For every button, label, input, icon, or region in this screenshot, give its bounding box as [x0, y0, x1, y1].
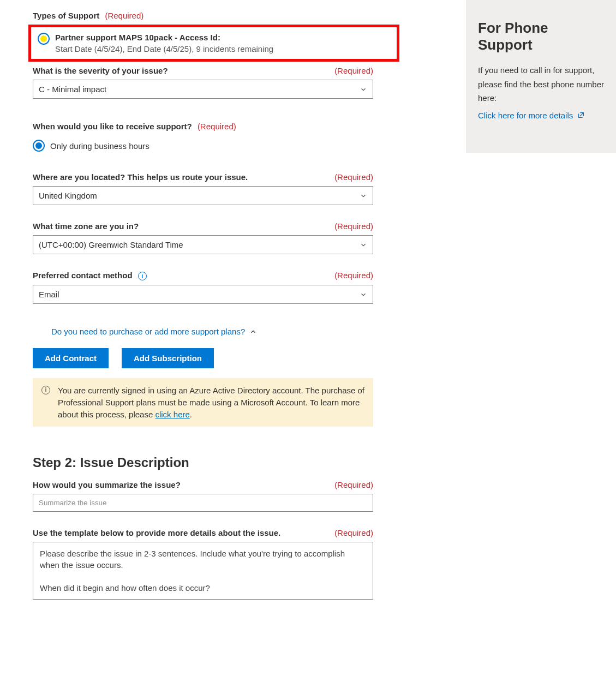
chevron-down-icon	[360, 291, 367, 298]
phone-support-body: If you need to call in for support, plea…	[478, 63, 604, 105]
alert-text: You are currently signed in using an Azu…	[58, 386, 364, 419]
alert-link[interactable]: click here	[155, 410, 189, 419]
alert-text-end: .	[190, 410, 192, 419]
receive-support-label: When would you like to receive support?	[33, 122, 192, 131]
required-indicator: (Required)	[334, 480, 373, 489]
support-type-highlight: Partner support MAPS 10pack - Access Id:…	[28, 25, 399, 62]
location-select[interactable]: United Kingdom	[33, 186, 373, 205]
required-indicator: (Required)	[198, 122, 236, 131]
radio-selected-icon	[40, 35, 47, 42]
severity-value: C - Minimal impact	[39, 85, 106, 94]
info-icon: i	[41, 386, 50, 394]
required-indicator: (Required)	[334, 528, 373, 537]
support-type-radio[interactable]	[38, 33, 50, 45]
types-of-support-label: Types of Support	[33, 11, 99, 20]
timezone-select[interactable]: (UTC+00:00) Greenwich Standard Time	[33, 235, 373, 254]
location-value: United Kingdom	[39, 191, 97, 200]
summary-label: How would you summarize the issue?	[33, 480, 181, 489]
summary-input[interactable]	[33, 494, 373, 512]
info-icon[interactable]: i	[138, 272, 147, 280]
radio-selected-icon	[35, 142, 42, 149]
chevron-down-icon	[360, 241, 367, 249]
contact-select[interactable]: Email	[33, 285, 373, 304]
business-hours-label[interactable]: Only during business hours	[50, 141, 149, 151]
contact-value: Email	[39, 290, 59, 299]
support-option-title[interactable]: Partner support MAPS 10pack - Access Id:	[55, 33, 273, 42]
timezone-value: (UTC+00:00) Greenwich Standard Time	[39, 240, 183, 249]
external-link-icon	[577, 111, 585, 119]
support-option-sub: Start Date (4/5/24), End Date (4/5/25), …	[55, 44, 273, 53]
required-indicator: (Required)	[105, 11, 143, 20]
severity-select[interactable]: C - Minimal impact	[33, 80, 373, 99]
step2-title: Step 2: Issue Description	[33, 455, 373, 470]
severity-label: What is the severity of your issue?	[33, 66, 168, 75]
add-contract-button[interactable]: Add Contract	[33, 348, 109, 368]
phone-support-link[interactable]: Click here for more details	[478, 111, 585, 120]
chevron-down-icon	[360, 86, 367, 93]
add-subscription-button[interactable]: Add Subscription	[122, 348, 214, 368]
required-indicator: (Required)	[334, 66, 373, 75]
required-indicator: (Required)	[334, 271, 373, 280]
business-hours-radio[interactable]	[33, 140, 45, 152]
timezone-label: What time zone are you in?	[33, 222, 139, 231]
chevron-down-icon	[360, 192, 367, 200]
chevron-up-icon	[249, 328, 257, 336]
details-textarea[interactable]: Please describe the issue in 2-3 sentenc…	[33, 542, 373, 600]
account-alert: i You are currently signed in using an A…	[33, 378, 373, 427]
location-label: Where are you located? This helps us rou…	[33, 172, 248, 182]
phone-support-panel: For Phone Support If you need to call in…	[466, 0, 616, 153]
contact-label: Preferred contact method	[33, 271, 133, 280]
required-indicator: (Required)	[334, 222, 373, 231]
purchase-plans-link[interactable]: Do you need to purchase or add more supp…	[51, 327, 245, 336]
required-indicator: (Required)	[334, 172, 373, 182]
phone-support-title: For Phone Support	[478, 20, 604, 53]
details-label: Use the template below to provide more d…	[33, 528, 280, 537]
